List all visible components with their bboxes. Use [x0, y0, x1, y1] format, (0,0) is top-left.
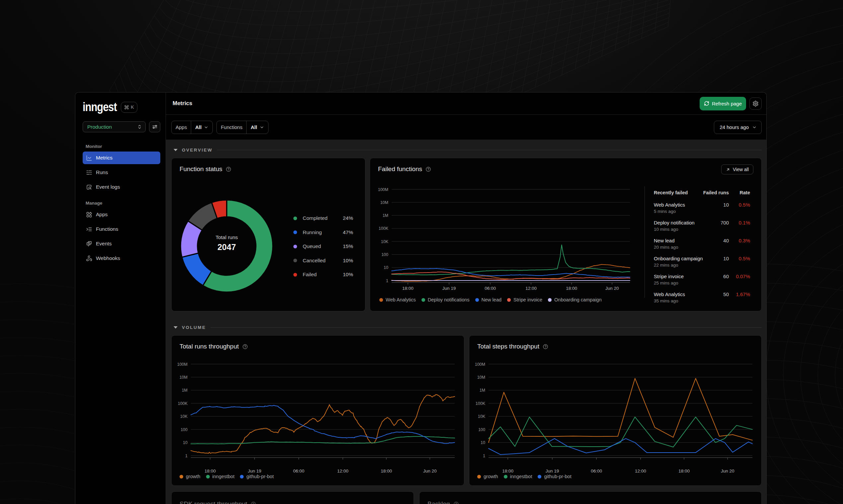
function-status-legend: Completed24%Running47%Queued15%Cancelled… — [293, 211, 353, 282]
sidebar-item-event-logs[interactable]: Event logs — [83, 181, 160, 193]
sidebar-item-label: Events — [96, 241, 111, 247]
environment-value: Production — [87, 124, 112, 130]
svg-text:Jun 19: Jun 19 — [443, 286, 456, 291]
failed-runs-count: 10 — [723, 202, 729, 208]
help-icon[interactable] — [226, 166, 231, 172]
svg-text:12:00: 12:00 — [635, 469, 646, 473]
failed-function-row[interactable]: Onboarding campaign 22 mins ago 10 0.5% — [654, 252, 754, 270]
sidebar-item-runs[interactable]: Runs — [83, 166, 160, 179]
failed-function-row[interactable]: Web Analytics 35 mins ago 50 1.67% — [654, 288, 754, 306]
functions-filter-label: Functions — [221, 124, 242, 130]
chevron-down-icon — [204, 125, 208, 130]
failed-function-row[interactable]: Deploy notification 10 mins ago 700 0.1% — [654, 217, 754, 234]
svg-text:100M: 100M — [177, 362, 188, 367]
refresh-icon — [704, 101, 709, 106]
environment-filter-button[interactable] — [149, 121, 160, 132]
failed-function-time: 20 mins ago — [654, 245, 754, 250]
failed-function-row[interactable]: Web Analytics 5 mins ago 10 0.5% — [654, 199, 754, 217]
command-k-shortcut[interactable]: K — [121, 102, 137, 113]
sidebar-item-webhooks[interactable]: Webhooks — [83, 252, 160, 265]
functions-filter-value: All — [251, 124, 257, 130]
time-range-select[interactable]: 24 hours ago — [714, 121, 762, 134]
legend-item-running: Running47% — [293, 226, 353, 240]
legend-item-completed: Completed24% — [293, 211, 353, 226]
sidebar-item-label: Metrics — [96, 155, 113, 161]
svg-text:Jun 20: Jun 20 — [721, 469, 735, 473]
apps-shapes-icon — [86, 212, 92, 218]
apps-filter[interactable]: Apps All — [171, 121, 213, 134]
page-header: Metrics Refresh page — [166, 92, 766, 115]
sidebar: inngest K Production MonitorMetricsRunsE… — [75, 92, 166, 504]
svg-text:100: 100 — [381, 252, 388, 257]
overview-section-label: OVERVIEW — [182, 147, 213, 152]
sidebar-item-label: Apps — [96, 212, 107, 217]
inngest-logo: inngest — [83, 100, 117, 114]
total-runs-throughput-card: Total runs throughput 100M10M1M100K10K10… — [171, 335, 464, 486]
failed-function-row[interactable]: Stripe invoice 25 mins ago 60 0.07% — [654, 270, 754, 288]
command-icon — [124, 105, 129, 110]
failed-function-time: 10 mins ago — [654, 227, 754, 232]
total-steps-throughput-chart: 100M10M1M100K10K10010118:00Jun 1906:0012… — [469, 336, 762, 475]
chevron-down-icon — [752, 125, 757, 130]
svg-text:10M: 10M — [179, 375, 188, 380]
sliders-icon — [152, 124, 158, 130]
nav-section-label-manage: Manage — [86, 201, 160, 205]
sidebar-nav: MonitorMetricsRunsEvent logsManageAppsFu… — [83, 144, 160, 265]
failure-rate: 0.3% — [739, 238, 750, 244]
functions-filter[interactable]: Functions All — [217, 121, 268, 134]
column-failed-runs: Failed runs — [703, 190, 729, 195]
svg-text:06:00: 06:00 — [591, 469, 602, 473]
help-icon[interactable] — [453, 501, 459, 504]
sidebar-item-apps[interactable]: Apps — [83, 208, 160, 221]
svg-text:Jun 19: Jun 19 — [546, 469, 559, 473]
failed-functions-legend: Web AnalyticsDeploy notificationsNew lea… — [379, 297, 602, 302]
failure-rate: 0.5% — [739, 256, 750, 261]
function-status-card: Function status Total runs 2047 Complete… — [171, 158, 365, 311]
backlog-title: Backlog — [428, 500, 450, 504]
help-icon[interactable] — [251, 501, 256, 504]
svg-text:18:00: 18:00 — [566, 286, 577, 291]
svg-text:18:00: 18:00 — [381, 469, 392, 473]
failed-runs-count: 40 — [723, 238, 729, 244]
failed-runs-count: 50 — [723, 291, 729, 297]
svg-text:1: 1 — [483, 454, 485, 458]
events-panels-icon — [86, 241, 92, 247]
time-range-value: 24 hours ago — [720, 124, 749, 130]
failed-runs-count: 60 — [723, 273, 729, 279]
total-runs-throughput-chart: 100M10M1M100K10K10010118:00Jun 1906:0012… — [172, 336, 465, 475]
series-web-analytics — [392, 265, 630, 282]
svg-text:100K: 100K — [476, 401, 485, 406]
svg-text:06:00: 06:00 — [293, 469, 304, 473]
volume-section-header[interactable]: VOLUME — [171, 323, 762, 331]
svg-text:10M: 10M — [477, 375, 485, 380]
svg-text:10: 10 — [384, 265, 388, 270]
svg-text:1: 1 — [185, 454, 188, 458]
nav-section-label-monitor: Monitor — [86, 144, 160, 149]
sidebar-item-label: Webhooks — [96, 255, 120, 261]
collapse-caret-icon — [174, 149, 177, 151]
failure-rate: 0.07% — [736, 273, 750, 279]
svg-text:06:00: 06:00 — [485, 286, 496, 291]
svg-text:10K: 10K — [381, 239, 389, 244]
svg-text:Jun 20: Jun 20 — [423, 469, 437, 473]
sidebar-item-events[interactable]: Events — [83, 237, 160, 250]
sidebar-item-metrics[interactable]: Metrics — [83, 151, 160, 164]
overview-section-header[interactable]: OVERVIEW — [171, 146, 762, 154]
failed-function-time: 5 mins ago — [654, 209, 754, 214]
svg-text:10K: 10K — [478, 414, 485, 419]
svg-text:1M: 1M — [480, 388, 485, 393]
svg-text:Jun 20: Jun 20 — [605, 286, 619, 291]
svg-text:Jun 19: Jun 19 — [248, 469, 261, 473]
svg-text:100K: 100K — [178, 401, 188, 406]
settings-button[interactable] — [750, 97, 762, 110]
sidebar-item-label: Runs — [96, 169, 108, 175]
legend-item-inngestbot: inngestbot — [206, 474, 235, 479]
total-runs-legend: growthinngestbotgithub-pr-bot — [179, 474, 274, 479]
donut-center-label: Total runs — [204, 234, 250, 240]
environment-select[interactable]: Production — [83, 121, 146, 132]
refresh-page-button[interactable]: Refresh page — [700, 97, 746, 110]
gear-icon — [752, 101, 759, 107]
failed-function-row[interactable]: New lead 20 mins ago 40 0.3% — [654, 234, 754, 252]
svg-text:10: 10 — [481, 440, 485, 445]
sidebar-item-functions[interactable]: Functions — [83, 223, 160, 235]
